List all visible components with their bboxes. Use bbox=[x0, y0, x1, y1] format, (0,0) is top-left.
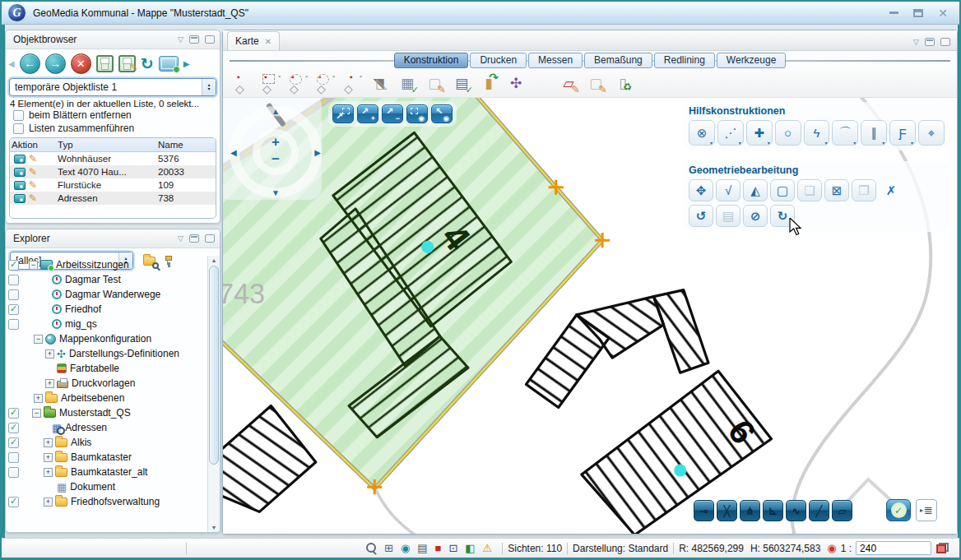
expand-icon[interactable]: + bbox=[44, 453, 53, 462]
verschieben-button[interactable]: ✥ bbox=[689, 179, 713, 201]
checkb ox-icon[interactable] bbox=[8, 452, 19, 463]
checkbox-icon[interactable]: ✓ bbox=[8, 423, 19, 433]
stuetzpunkte-bearbeiten-button[interactable]: √ bbox=[716, 179, 740, 201]
pan-up-icon[interactable]: ▲ bbox=[272, 107, 280, 116]
zoom-to-object-icon[interactable] bbox=[14, 155, 26, 164]
monitor-icon[interactable]: ⊡ bbox=[448, 542, 457, 554]
checkbox-icon[interactable] bbox=[8, 289, 19, 300]
scrollbar-thumb[interactable] bbox=[209, 266, 219, 465]
snap-options-button[interactable]: ▸≣ bbox=[916, 499, 937, 521]
expand-icon[interactable]: + bbox=[44, 438, 53, 447]
export-objects-icon[interactable]: ▮↷ bbox=[479, 74, 499, 94]
display-definitions-icon[interactable]: ✣ bbox=[506, 74, 526, 94]
checkbox-icon[interactable]: ✓ bbox=[8, 437, 19, 448]
panel-float-icon[interactable] bbox=[205, 35, 215, 44]
select-from-list-icon[interactable]: ▪▪◇ bbox=[343, 74, 363, 94]
objektliste-select[interactable]: temporäre Objektliste 1 ▴▾ bbox=[9, 78, 216, 96]
hilfskreis-button[interactable]: ○ bbox=[775, 120, 801, 146]
table-row[interactable]: ✎ Flurstücke 109 bbox=[10, 178, 216, 192]
tree-item-friedhofsverwaltung[interactable]: ✓+Friedhofsverwaltung bbox=[6, 494, 207, 509]
hilfslinie-winkel-button[interactable]: Ƒ▾ bbox=[889, 120, 916, 146]
tree-item-adressen[interactable]: ✓▦Adressen bbox=[6, 420, 207, 435]
checkbox-icon[interactable]: ✓ bbox=[8, 260, 19, 271]
tree-item-musterstadt-qs[interactable]: ✓−Musterstadt_QS bbox=[6, 405, 207, 420]
panel-minimize-icon[interactable] bbox=[189, 234, 199, 243]
expand-icon[interactable]: + bbox=[45, 379, 54, 388]
tree-item-dagmar-wanderwege[interactable]: Dagmar Wanderwege bbox=[6, 287, 207, 302]
zoom-to-object-icon[interactable] bbox=[14, 168, 26, 177]
tab-redlining[interactable]: Redlining bbox=[654, 53, 715, 68]
select-by-rectangle-icon[interactable]: ▪▪◇ bbox=[262, 74, 281, 94]
minimize-button[interactable] bbox=[889, 12, 898, 14]
prev-arrow-icon[interactable]: ◀ bbox=[8, 59, 15, 68]
parallele-hilfslinie-button[interactable]: ∥▾ bbox=[861, 120, 887, 146]
tree-item-arbeitsebenen[interactable]: +Arbeitsebenen bbox=[6, 391, 207, 405]
strecken-drehen-button[interactable]: ◭ bbox=[743, 179, 768, 201]
abbrechen-button[interactable]: ⊘ bbox=[743, 205, 768, 227]
checkbox-icon[interactable]: ✓ bbox=[8, 408, 19, 419]
expand-icon[interactable]: + bbox=[44, 468, 53, 477]
fang-linienschnitt-button[interactable]: ⋔ bbox=[740, 500, 760, 521]
expand-icon[interactable]: + bbox=[45, 349, 54, 359]
tab-karte[interactable]: Karte ✕ bbox=[227, 31, 280, 50]
show-selection-button[interactable]: ◉ bbox=[406, 104, 428, 123]
next-arrow-icon[interactable]: ▶ bbox=[183, 59, 190, 68]
checkbox-icon[interactable]: ✓ bbox=[8, 304, 19, 315]
save-list-button[interactable] bbox=[96, 55, 114, 72]
hilfslinie-button[interactable]: ⋰▾ bbox=[717, 120, 744, 146]
panel-menu-icon[interactable]: ▽ bbox=[178, 234, 183, 243]
selection-list-icon[interactable]: ▤✓ bbox=[452, 74, 471, 94]
refresh-button[interactable]: ↻ bbox=[141, 54, 154, 73]
tree-item-baumkataster[interactable]: +Baumkataster bbox=[6, 450, 207, 465]
save-list-as-button[interactable]: ✎ bbox=[118, 55, 136, 72]
tree-item-friedhof[interactable]: ✓Friedhof bbox=[6, 302, 207, 317]
attribute-table-icon[interactable]: ▦✓ bbox=[397, 74, 417, 94]
redline-edit-icon[interactable]: ▱✎ bbox=[559, 74, 578, 94]
fang-lot-button[interactable]: ⊾ bbox=[763, 500, 783, 521]
merge-lists-checkbox[interactable]: Listen zusammenführen bbox=[6, 122, 220, 135]
select-objects-icon[interactable]: ▪◇ bbox=[234, 74, 254, 94]
tree-item-baumkataster-alt[interactable]: +Baumkataster_alt bbox=[6, 465, 207, 479]
panel-minimize-icon[interactable] bbox=[189, 35, 199, 44]
pan-down-icon[interactable]: ▼ bbox=[272, 188, 280, 197]
checkbox-icon[interactable]: ✓ bbox=[8, 497, 19, 507]
tree-item-druckvorlagen[interactable]: +Druckvorlagen bbox=[6, 376, 207, 391]
flaeche-ausschneiden-button[interactable]: ⊠ bbox=[824, 179, 849, 201]
select-by-area-icon[interactable]: ▪▪◇ bbox=[316, 74, 336, 94]
tree-item-dokument[interactable]: ▦Dokument bbox=[6, 479, 207, 494]
panel-menu-icon[interactable]: ▽ bbox=[178, 35, 183, 44]
tree-item-mappenkonfiguration[interactable]: −Mappenkonfiguration bbox=[6, 331, 207, 346]
tree-item-darstellungs-definitionen[interactable]: +✣Darstellungs-Definitionen bbox=[6, 346, 207, 361]
edit-object-icon[interactable]: ✎ bbox=[29, 153, 37, 164]
edit-object-icon[interactable]: ✎ bbox=[29, 179, 37, 191]
snap-confirm-button[interactable]: ✓ bbox=[886, 499, 911, 521]
expand-icon[interactable]: + bbox=[44, 498, 53, 507]
table-row[interactable]: ✎ Wohnhäuser 5376 bbox=[10, 152, 216, 165]
zoom-icon[interactable] bbox=[366, 543, 377, 553]
tree-item-mig-qs[interactable]: mig_qs bbox=[6, 317, 207, 331]
zoom-in-icon[interactable]: + bbox=[230, 137, 322, 148]
fang-flaeche-button[interactable]: ▱ bbox=[832, 500, 852, 521]
select-rectangle-button[interactable]: ↗ bbox=[332, 104, 354, 123]
swap-selection-icon[interactable]: ◥◺ bbox=[370, 74, 390, 94]
panel-float-icon[interactable] bbox=[940, 38, 950, 46]
rueckgaengig-button[interactable]: ↺ bbox=[689, 205, 713, 227]
delete-objects-icon[interactable]: ▯♻ bbox=[613, 74, 633, 94]
tree-item-alkis[interactable]: ✓+Alkis bbox=[6, 435, 207, 450]
overlap-windows-icon[interactable] bbox=[936, 543, 949, 553]
scale-target-icon[interactable]: ◉ bbox=[827, 542, 836, 554]
expand-icon[interactable]: + bbox=[34, 394, 43, 403]
list-icon[interactable]: ▤ bbox=[417, 542, 427, 554]
zoom-to-object-icon[interactable] bbox=[14, 181, 26, 190]
display-icon[interactable]: ◧ bbox=[465, 542, 475, 554]
tab-drucken[interactable]: Drucken bbox=[470, 53, 527, 68]
remove-on-browse-checkbox[interactable]: beim Blättern entfernen bbox=[6, 109, 220, 122]
centroid-point[interactable] bbox=[421, 241, 434, 253]
spinner-icon[interactable]: ▴▾ bbox=[202, 79, 216, 95]
fang-linie-button[interactable]: ╱ bbox=[809, 500, 829, 521]
tree-item-arbeitssitzungen[interactable]: ✓−Arbeitssitzungen bbox=[6, 257, 207, 272]
flaeche-bearbeiten-button[interactable]: ▢ bbox=[770, 179, 795, 201]
edit-attributes-icon[interactable]: ▢✎ bbox=[425, 74, 444, 94]
tab-bemassung[interactable]: Bemaßung bbox=[584, 53, 652, 68]
checkbox-icon[interactable] bbox=[8, 467, 19, 478]
